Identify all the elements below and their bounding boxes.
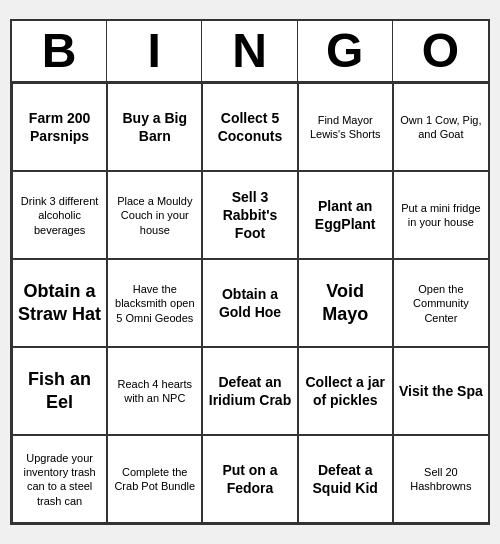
bingo-cell-22[interactable]: Put on a Fedora [202,435,297,523]
bingo-cell-2[interactable]: Collect 5 Coconuts [202,83,297,171]
bingo-cell-24[interactable]: Sell 20 Hashbrowns [393,435,488,523]
bingo-cell-1[interactable]: Buy a Big Barn [107,83,202,171]
bingo-cell-14[interactable]: Open the Community Center [393,259,488,347]
bingo-cell-16[interactable]: Reach 4 hearts with an NPC [107,347,202,435]
bingo-letter-B: B [12,21,107,82]
bingo-cell-8[interactable]: Plant an EggPlant [298,171,393,259]
bingo-cell-18[interactable]: Collect a jar of pickles [298,347,393,435]
bingo-cell-9[interactable]: Put a mini fridge in your house [393,171,488,259]
bingo-cell-0[interactable]: Farm 200 Parsnips [12,83,107,171]
bingo-cell-11[interactable]: Have the blacksmith open 5 Omni Geodes [107,259,202,347]
bingo-letter-O: O [393,21,488,82]
bingo-cell-21[interactable]: Complete the Crab Pot Bundle [107,435,202,523]
bingo-cell-5[interactable]: Drink 3 different alcoholic beverages [12,171,107,259]
bingo-cell-12[interactable]: Obtain a Gold Hoe [202,259,297,347]
bingo-cell-23[interactable]: Defeat a Squid Kid [298,435,393,523]
bingo-cell-15[interactable]: Fish an Eel [12,347,107,435]
bingo-cell-6[interactable]: Place a Mouldy Couch in your house [107,171,202,259]
bingo-letter-G: G [298,21,393,82]
bingo-cell-3[interactable]: Find Mayor Lewis's Shorts [298,83,393,171]
bingo-letter-I: I [107,21,202,82]
bingo-cell-13[interactable]: Void Mayo [298,259,393,347]
bingo-cell-4[interactable]: Own 1 Cow, Pig, and Goat [393,83,488,171]
bingo-cell-19[interactable]: Visit the Spa [393,347,488,435]
bingo-letter-N: N [202,21,297,82]
bingo-card: BINGO Farm 200 ParsnipsBuy a Big BarnCol… [10,19,490,526]
bingo-header: BINGO [12,21,488,84]
bingo-cell-17[interactable]: Defeat an Iridium Crab [202,347,297,435]
bingo-cell-7[interactable]: Sell 3 Rabbit's Foot [202,171,297,259]
bingo-grid: Farm 200 ParsnipsBuy a Big BarnCollect 5… [12,83,488,523]
bingo-cell-20[interactable]: Upgrade your inventory trash can to a st… [12,435,107,523]
bingo-cell-10[interactable]: Obtain a Straw Hat [12,259,107,347]
